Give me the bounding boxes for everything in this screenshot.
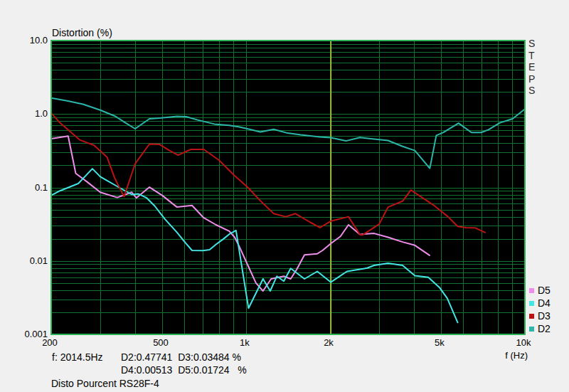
distortion-plot-canvas[interactable] bbox=[0, 0, 569, 392]
x-tick-label: 200 bbox=[28, 337, 71, 348]
d2-d3-readout: D2:0.47741 D3:0.03484 % bbox=[121, 351, 241, 363]
x-tick-label: 5k bbox=[418, 337, 461, 348]
x-tick-label: 500 bbox=[139, 337, 182, 348]
x-tick-label: 2k bbox=[307, 337, 350, 348]
steps-distortion-window: Distortion (%) 10.01.00.10.010.001 20050… bbox=[0, 0, 569, 392]
legend-label: D3 bbox=[538, 310, 551, 322]
x-tick-label: 1k bbox=[223, 337, 266, 348]
steps-letter: P bbox=[528, 73, 535, 85]
y-tick-label: 10.0 bbox=[5, 35, 48, 46]
legend-item-d2: D2 bbox=[529, 323, 562, 334]
legend-label: D2 bbox=[538, 323, 551, 334]
cursor-frequency-readout: f: 2014.5Hz bbox=[52, 351, 103, 363]
legend-item-d5: D5 bbox=[529, 285, 562, 296]
y-tick-label: 1.0 bbox=[5, 108, 48, 119]
legend-swatch-d2 bbox=[529, 327, 534, 332]
steps-letter: E bbox=[528, 61, 535, 73]
x-axis-unit-label: f (Hz) bbox=[471, 350, 528, 361]
legend-item-d4: D4 bbox=[529, 297, 562, 309]
legend-label: D5 bbox=[538, 285, 551, 296]
legend-swatch-d3 bbox=[529, 314, 534, 319]
steps-letter: S bbox=[528, 85, 535, 97]
y-tick-label: 0.01 bbox=[5, 255, 48, 266]
steps-letter: S bbox=[528, 38, 535, 50]
legend-item-d3: D3 bbox=[529, 310, 562, 322]
legend-label: D4 bbox=[538, 297, 551, 309]
x-tick-label: 10k bbox=[502, 337, 545, 348]
legend-swatch-d4 bbox=[529, 301, 534, 306]
steps-app-label: STEPS bbox=[528, 38, 535, 97]
legend-swatch-d5 bbox=[529, 288, 534, 293]
y-tick-label: 0.1 bbox=[5, 182, 48, 193]
measurement-caption: Disto Pourcent RS28F-4 bbox=[51, 378, 159, 389]
d4-d5-readout: D4:0.00513 D5:0.01724 % bbox=[121, 364, 247, 376]
steps-letter: T bbox=[528, 50, 535, 62]
